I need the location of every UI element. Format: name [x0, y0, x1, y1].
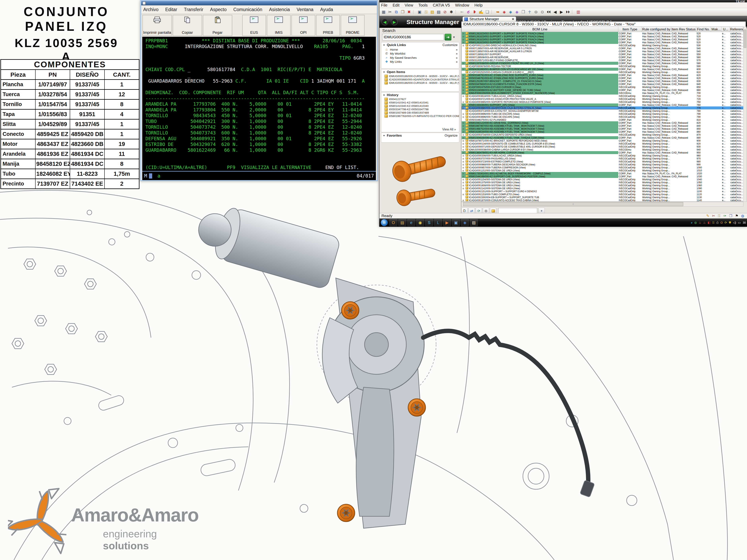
- key-icon[interactable]: ⚿: [423, 9, 429, 15]
- shield-icon[interactable]: ⛊: [729, 221, 731, 224]
- paste-disabled-icon[interactable]: ❐: [729, 214, 732, 218]
- nav-first-icon[interactable]: ⏴⏴: [546, 9, 552, 15]
- bom-row[interactable]: ⊞I05801592122/000-KC-GRAB RAIL_CORRIMAO …: [462, 121, 743, 124]
- expand-icon[interactable]: ⊞: [463, 152, 465, 154]
- expand-icon[interactable]: ⊞: [463, 95, 465, 97]
- history-item[interactable]: I05801410340-KZ-I05801410340: [381, 104, 459, 108]
- open-item[interactable]: IDMUG0000186/000-CURSOR 8 - W3500 - 310C…: [381, 81, 459, 85]
- bom-row[interactable]: ⊞ICADG0001608/000-SISTEMA DE UREA (View)…: [462, 184, 743, 187]
- expand-icon[interactable]: ⊞: [463, 131, 465, 133]
- align-icon[interactable]: ▤: [436, 9, 442, 15]
- terminal-menu-item[interactable]: Asistencia: [269, 7, 290, 12]
- teamcenter-titlebar[interactable]: TEAM: [380, 0, 747, 2]
- bom-row[interactable]: ⊞I05801383478/001-KV-AIR HORN_CURSOR (Vi…: [462, 151, 743, 154]
- report-icon[interactable]: ▥: [575, 9, 581, 15]
- expand-icon[interactable]: ⊞: [463, 193, 465, 195]
- menu-item-catia-v5[interactable]: CATIA V5: [433, 3, 450, 7]
- expand-icon[interactable]: ⊞: [463, 92, 465, 94]
- copy-icon[interactable]: ⧉: [393, 9, 399, 15]
- outlook-icon[interactable]: O: [389, 219, 397, 226]
- expand-icon[interactable]: ⊞: [463, 107, 465, 109]
- skype-icon[interactable]: S: [425, 219, 433, 226]
- expand-icon[interactable]: ⊞: [463, 179, 465, 181]
- bom-row[interactable]: ⊞ICADF0002475/000-ESTUDO CURSOR 8 (View)…: [462, 86, 743, 88]
- bom-row[interactable]: ⊞ICADG0001870/000-CONJUNTO ACCESO TRAS C…: [462, 199, 743, 202]
- bom-column-header[interactable]: Item Type: [618, 27, 642, 32]
- search-go-button[interactable]: ➜: [445, 34, 452, 41]
- cut-icon[interactable]: ✂: [387, 9, 393, 15]
- check-book-icon[interactable]: ◈: [508, 9, 514, 15]
- expand-icon[interactable]: ⊞: [463, 125, 465, 127]
- expand-icon[interactable]: ⊞: [463, 158, 465, 160]
- organize-link[interactable]: Organize: [445, 134, 458, 137]
- expand-icon[interactable]: ⊞: [463, 199, 465, 202]
- expand-icon[interactable]: ⊞: [463, 83, 465, 85]
- pen-disabled-icon[interactable]: ✑: [723, 214, 726, 218]
- bom-row[interactable]: ⊞ICADG0000134/000-DEPOSITO DE COMBUSTIBL…: [462, 142, 743, 145]
- expand-icon[interactable]: ⊞: [463, 187, 465, 190]
- bom-row[interactable]: ICADF0002520/000-CARDAN CURSOR 8 EURO V_…: [462, 71, 743, 74]
- terminal-menu-item[interactable]: Comunicación: [233, 7, 262, 12]
- bom-horizontal-scrollbar[interactable]: ⁞⁞: [461, 202, 743, 207]
- expand-icon[interactable]: ⊞: [463, 134, 465, 136]
- history-item[interactable]: I05801937489-DB-I05801937489: [381, 111, 459, 114]
- expand-icon[interactable]: ⊞: [463, 101, 465, 103]
- expand-arrow-icon[interactable]: »: [456, 56, 458, 59]
- bom-row[interactable]: ⊞I05801468752/004-KB-ASSEMBLY-FUEL TANK_…: [462, 127, 743, 130]
- search-icon[interactable]: ⊙: [539, 9, 545, 15]
- flag-book-icon[interactable]: ◈: [514, 9, 520, 15]
- delete-icon[interactable]: ✖: [406, 9, 412, 15]
- bom-row[interactable]: ⊞I05801733302/001.0001-KZ-METAL BODY FRA…: [462, 172, 743, 175]
- print-screen-button[interactable]: Imprimir pantalla: [143, 15, 172, 36]
- expand-icon[interactable]: ⊞: [463, 116, 465, 118]
- terminal-menu-item[interactable]: Transferir: [184, 7, 203, 12]
- bom-row[interactable]: ⊞I05801878071/000-KC-BRACKET_SOPORTE REF…: [462, 139, 743, 142]
- bom-row[interactable]: ⊞ICADG0003665/000-SOPORTE REFORZADO MODU…: [462, 101, 743, 104]
- expand-icon[interactable]: ⊞: [463, 45, 465, 47]
- java2-icon[interactable]: ♨: [703, 221, 706, 224]
- bom-row[interactable]: I00007139507/003-AIR RESERVOIR_AUXILIAR …: [462, 47, 743, 50]
- collapse-icon[interactable]: ▼: [383, 44, 385, 47]
- key-disabled-icon[interactable]: ⚿: [718, 214, 721, 218]
- bom-row[interactable]: ⊞ICADG0000071/000-DEPOSITO DE COMBUSTIBL…: [462, 145, 743, 148]
- expand-icon[interactable]: ⊞: [463, 89, 465, 91]
- bom-row[interactable]: ⊞ICADG0001152/000-SISTEMA DE UREA (View)…: [462, 169, 743, 172]
- bom-row[interactable]: I00007139591/007-SUPPORT_CORP_PartHas St…: [462, 53, 743, 56]
- bom-column-header[interactable]: Find No.: [696, 27, 711, 32]
- expand-arrow-icon[interactable]: »: [456, 52, 458, 55]
- solidworks-icon[interactable]: ◧: [708, 221, 711, 224]
- flag-checkered-icon[interactable]: ⚑: [735, 214, 738, 218]
- bom-row[interactable]: ⊞ICADG0003734/000-CONJUNTO DEPOSITO UREA…: [462, 133, 743, 136]
- bom-row[interactable]: ICADG0002300/004-EB-SUPPORT = SUPPORT_SU…: [462, 196, 743, 199]
- terminal-menu-item[interactable]: Editar: [165, 7, 177, 12]
- expand-icon[interactable]: ⊞: [463, 161, 465, 163]
- bom-row[interactable]: ⊞I05801261823/002-SUPPORT = SUPPORT SUPO…: [462, 32, 743, 35]
- bom-row[interactable]: ⊞ICADG0003737/000-PASSARELLAS (View)IVEC…: [462, 157, 743, 160]
- bom-row[interactable]: ⊞ICADG0003618/000-TUBULACAO_UREIA (View)…: [462, 95, 743, 98]
- cut-disabled-icon[interactable]: ✂: [712, 214, 715, 218]
- expand-icon[interactable]: ⊞: [463, 74, 465, 76]
- history-item[interactable]: I00041227627: [381, 98, 459, 101]
- menu-item-edit[interactable]: Edit: [392, 3, 399, 7]
- bom-row[interactable]: ⊞I05801337838/000-GROUP-FENDERS FRONT RH…: [462, 62, 743, 65]
- expand-icon[interactable]: ⊞: [463, 42, 465, 44]
- menu-item-window[interactable]: Window: [455, 3, 469, 7]
- sidebar-item-my-saved-searches[interactable]: ⌕My Saved Searches»: [381, 56, 459, 59]
- macro-button-eus[interactable]: EUS: [242, 15, 266, 36]
- folder-icon[interactable]: ▨: [429, 9, 435, 15]
- macro-button-opi[interactable]: OPI: [291, 15, 315, 36]
- bom-row[interactable]: ICADG0003713/000-EA-CATALYST_SCHALLDAEMP…: [462, 109, 743, 112]
- photo-viewer-icon[interactable]: ▣: [452, 219, 460, 226]
- bom-row[interactable]: ⊞ICADG0000668/000-TUBERIA DESCARGA SECAD…: [462, 163, 743, 166]
- properties-icon[interactable]: ✍: [478, 9, 484, 15]
- terminal-menu-item[interactable]: Archivo: [143, 7, 158, 12]
- sidebar-item-my-worklist[interactable]: ✆My Worklist»: [381, 51, 459, 56]
- collapse-icon[interactable]: ▼: [383, 134, 385, 137]
- expand-icon[interactable]: ⊞: [463, 167, 465, 169]
- bom-row[interactable]: I00503100571/003-BELT-FIXING COMPLETE_CO…: [462, 59, 743, 62]
- expand-icon[interactable]: ⊞: [463, 122, 465, 124]
- save-icon[interactable]: ▣: [417, 9, 422, 15]
- expand-icon[interactable]: ⊞: [463, 68, 465, 71]
- terminal-menu-item[interactable]: Ventana: [297, 7, 313, 12]
- tab-structure-manager[interactable]: Structure Manager ✕: [463, 17, 516, 22]
